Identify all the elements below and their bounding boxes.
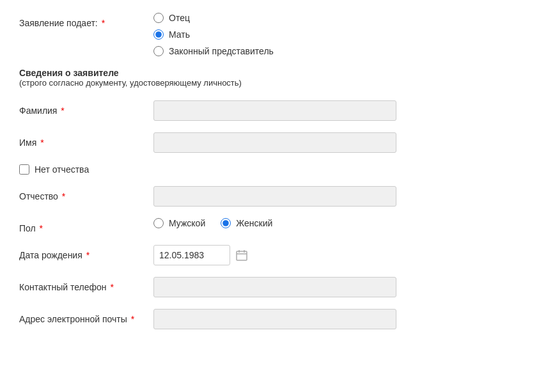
svg-rect-0 [237,251,247,260]
section-header: Сведения о заявителе (строго согласно до… [19,68,539,88]
last-name-row: Фамилия * [19,100,539,121]
last-name-input-area [153,100,539,121]
radio-representative-label: Законный представитель [169,46,274,56]
radio-female-input[interactable] [221,218,231,228]
applicant-label: Заявление подает: * [19,13,153,28]
dob-row: Дата рождения * [19,245,539,265]
applicant-radio-group: Отец Мать Законный представитель [153,13,539,56]
last-name-input[interactable] [153,100,396,121]
patronymic-input-area [153,186,539,207]
dob-required: * [86,250,90,260]
patronymic-row: Отчество * [19,186,539,207]
applicant-row: Заявление подает: * Отец Мать Законный п… [19,13,539,56]
phone-required: * [110,282,113,292]
first-name-input-area [153,132,539,153]
dob-input[interactable] [153,245,230,265]
first-name-required: * [40,137,43,148]
radio-father-input[interactable] [153,13,164,23]
email-input-area [153,309,539,329]
last-name-label: Фамилия * [19,100,153,116]
radio-female[interactable]: Женский [221,218,272,228]
applicant-options: Отец Мать Законный представитель [153,13,539,56]
gender-required: * [40,223,43,233]
phone-label: Контактный телефон * [19,277,153,292]
radio-male[interactable]: Мужской [153,218,205,228]
radio-mother-input[interactable] [153,29,164,40]
radio-representative[interactable]: Законный представитель [153,46,539,56]
email-required: * [131,314,134,324]
first-name-label: Имя * [19,132,153,148]
gender-options: Мужской Женский [153,218,539,228]
phone-row: Контактный телефон * [19,277,539,297]
radio-father-label: Отец [169,13,190,23]
radio-male-label: Мужской [169,218,205,228]
no-patronymic-checkbox[interactable] [19,164,29,175]
first-name-input[interactable] [153,132,396,153]
phone-input[interactable] [153,277,396,297]
last-name-required: * [61,106,64,116]
gender-label: Пол * [19,218,153,233]
patronymic-required: * [62,191,65,201]
email-input[interactable] [153,309,396,329]
radio-representative-input[interactable] [153,46,164,56]
radio-mother-label: Мать [169,29,190,40]
phone-input-area [153,277,539,297]
gender-radio-group: Мужской Женский [153,218,539,228]
section-title: Сведения о заявителе [19,68,539,78]
dob-input-area [153,245,539,265]
email-row: Адрес электронной почты * [19,309,539,329]
date-input-wrapper [153,245,539,265]
dob-label: Дата рождения * [19,245,153,260]
email-label: Адрес электронной почты * [19,309,153,324]
first-name-row: Имя * [19,132,539,153]
calendar-icon[interactable] [234,247,249,263]
patronymic-input[interactable] [153,186,396,207]
no-patronymic-row[interactable]: Нет отчества [19,164,539,175]
required-marker: * [102,18,105,28]
gender-row: Пол * Мужской Женский [19,218,539,233]
section-subtitle: (строго согласно документу, удостоверяющ… [19,78,539,88]
radio-male-input[interactable] [153,218,164,228]
radio-female-label: Женский [236,218,272,228]
form-section: Заявление подает: * Отец Мать Законный п… [19,13,539,329]
radio-mother[interactable]: Мать [153,29,539,40]
radio-father[interactable]: Отец [153,13,539,23]
no-patronymic-label: Нет отчества [35,164,89,175]
patronymic-label: Отчество * [19,186,153,201]
